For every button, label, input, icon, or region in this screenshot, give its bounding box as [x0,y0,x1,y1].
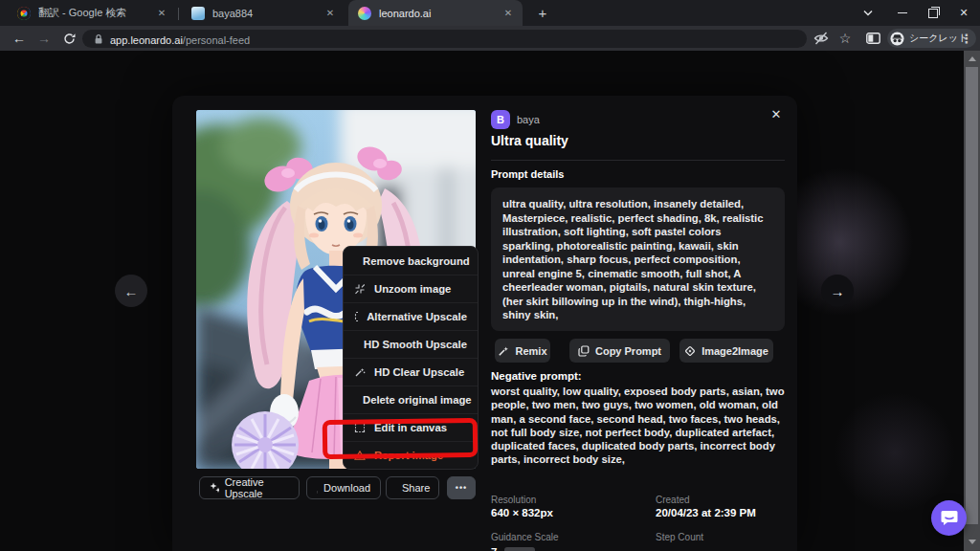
created-value: 20/04/23 at 2:39 PM [656,507,756,518]
prompt-text: ultra quality, ultra resolution, insanel… [502,197,773,322]
reload-button[interactable] [57,26,80,51]
browser-menu-button[interactable]: ⋮ [957,26,976,51]
step-count-label: Step Count [656,532,703,542]
chat-icon [941,510,958,526]
tab-google-translate[interactable]: 翻訳 - Google 検索 ✕ [8,0,176,26]
back-button[interactable]: ← [8,26,31,51]
reload-icon [63,33,76,45]
prompt-details-label: Prompt details [491,168,564,180]
url-path: /personal-feed [183,34,250,46]
prompt-box: ultra quality, ultra resolution, insanel… [491,187,785,331]
menu-item-unzoom-image[interactable]: Unzoom image [344,275,478,302]
unzoom-icon [354,283,366,295]
bookmark-button[interactable]: ☆ [835,26,856,51]
guidance-scale-chip [504,547,535,551]
download-icon [317,482,318,494]
modal-close-button[interactable]: ✕ [766,103,787,124]
creative-upscale-label: Creative Upscale [225,476,289,499]
tab-separator [178,8,179,20]
tab-close-icon[interactable]: ✕ [323,8,337,18]
more-options-button[interactable]: ••• [447,476,476,499]
resolution-label: Resolution [491,495,536,505]
guidance-scale-label: Guidance Scale [491,532,559,542]
menu-item-hd-clear-upscale[interactable]: HD Clear Upscale [344,358,478,386]
tab-title: baya884 [212,8,316,19]
image2image-label: Image2Image [702,345,768,357]
remix-wand-icon [498,345,509,357]
side-panel-icon [866,33,880,44]
tab-baya884[interactable]: baya884 ✕ [182,0,345,26]
download-button[interactable]: Download [306,476,381,499]
support-chat-button[interactable] [931,500,967,536]
image2image-button[interactable]: Image2Image [679,339,773,363]
url-host: app.leonardo.ai [110,34,183,46]
new-tab-button[interactable]: + [532,3,553,24]
hd-smooth-upscale-icon [354,339,355,350]
restore-button[interactable] [919,0,947,26]
eye-off-button[interactable] [811,26,832,51]
copy-prompt-label: Copy Prompt [595,345,661,357]
minimize-icon [898,12,907,13]
negative-prompt-text: worst quality, low quality, exposed body… [491,385,785,467]
tab-search-button[interactable] [854,0,882,26]
tab-title: 翻訳 - Google 検索 [38,6,147,20]
download-label: Download [323,482,370,494]
share-label: Share [402,482,430,494]
eye-off-icon [813,32,829,45]
hd-clear-upscale-icon [354,366,366,378]
creative-upscale-button[interactable]: Creative Upscale [199,476,300,499]
menu-item-delete-original-image[interactable]: Delete original image [344,386,478,413]
leonardo-favicon [358,7,371,20]
guidance-scale-value: 7 [491,546,497,551]
scrollbar-up-arrow[interactable] [969,56,976,61]
copy-prompt-button[interactable]: Copy Prompt [569,339,670,363]
tab-strip: 翻訳 - Google 検索 ✕ baya884 ✕ leonardo.ai ✕… [0,0,980,26]
remix-button[interactable]: Remix [495,339,550,363]
remix-label: Remix [515,345,546,357]
forward-button[interactable]: → [33,26,56,51]
side-panel-button[interactable] [861,26,884,51]
scrollbar-down-arrow[interactable] [969,540,976,544]
tab-close-icon[interactable]: ✕ [155,8,168,18]
menu-item-alternative-upscale[interactable]: Alternative Upscale [344,302,478,330]
created-label: Created [656,495,690,505]
restore-icon [928,9,938,18]
google-favicon [17,7,31,20]
share-button[interactable]: Share [386,476,439,499]
image2image-icon [684,345,696,357]
generation-detail-modal: Creative Upscale Download Share ••• B ba… [172,96,797,551]
tab-close-icon[interactable]: ✕ [501,8,515,18]
annotation-highlight-edit-in-canvas [323,418,479,459]
menu-item-remove-background[interactable]: Remove background [344,247,478,275]
address-bar[interactable]: app.leonardo.ai/personal-feed [82,30,807,48]
lock-icon [94,33,103,45]
alternative-upscale-icon [354,311,358,322]
user-name[interactable]: baya [517,114,540,125]
resolution-value: 640 × 832px [491,507,553,518]
negative-prompt-label: Negative prompt: [491,370,582,382]
tab-title: leonardo.ai [379,8,494,19]
chevron-down-icon [863,10,873,16]
site-avatar-favicon [191,7,205,20]
tab-leonardo[interactable]: leonardo.ai ✕ [348,0,523,26]
next-image-button[interactable]: → [821,275,854,307]
divider [491,160,785,161]
creative-upscale-icon [210,482,219,494]
incognito-icon [890,32,904,46]
previous-image-button[interactable]: ← [115,275,147,307]
user-avatar[interactable]: B [491,110,510,129]
page-content: Creative Upscale Download Share ••• B ba… [0,51,980,551]
scrollbar-thumb[interactable] [966,67,978,524]
minimize-button[interactable] [888,0,917,26]
window-close-button[interactable]: ✕ [949,0,978,26]
browser-window: 翻訳 - Google 検索 ✕ baya884 ✕ leonardo.ai ✕… [0,0,980,551]
menu-item-hd-smooth-upscale[interactable]: HD Smooth Upscale [344,330,478,358]
copy-icon [578,345,590,357]
generation-title: Ultra quality [491,133,568,148]
